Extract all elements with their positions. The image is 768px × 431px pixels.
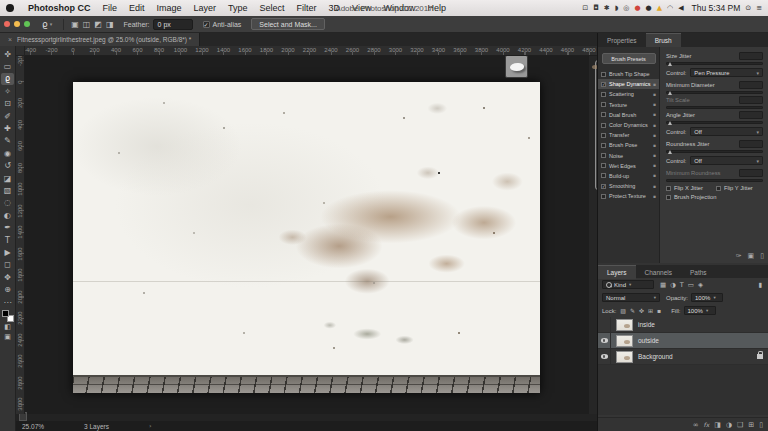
lock-all-icon[interactable]: ▪ — [657, 307, 661, 314]
document-canvas[interactable] — [73, 82, 540, 393]
setting-checkbox[interactable] — [601, 163, 606, 168]
lock-transparency-icon[interactable]: ▨ — [620, 307, 626, 314]
filter-toggle-switch[interactable]: ▮ — [758, 281, 762, 289]
tab-properties[interactable]: Properties — [598, 33, 646, 47]
layer-row-inside[interactable]: inside — [598, 317, 768, 333]
opacity-field[interactable]: 100%▾ — [691, 293, 723, 302]
document-tab[interactable]: × Fitnesssportgirlinthestreet.jpeg @ 25.… — [0, 33, 200, 46]
delete-layer-icon[interactable]: ▯ — [759, 421, 763, 429]
zoom-window-button[interactable] — [24, 21, 30, 27]
brush-setting-shape-dynamics[interactable]: ✓Shape Dynamics▪ — [598, 79, 659, 89]
setting-checkbox[interactable] — [601, 112, 606, 117]
blend-mode-dropdown[interactable]: Normal▾ — [602, 293, 660, 302]
tab-channels[interactable]: Channels — [636, 265, 681, 279]
vertical-ruler[interactable]: -200020040060080010001200140016001800200… — [16, 56, 25, 414]
brush-setting-color-dynamics[interactable]: Color Dynamics▪ — [598, 120, 659, 130]
layer-effects-icon[interactable]: fx — [704, 421, 710, 428]
moon-icon[interactable]: ◗ — [615, 5, 619, 12]
warning-icon[interactable]: ▲ — [657, 5, 662, 12]
brush-setting-build-up[interactable]: Build-up▪ — [598, 171, 659, 181]
live-tip-preview-icon[interactable]: ✑ — [736, 252, 742, 260]
brush-setting-dual-brush[interactable]: Dual Brush▪ — [598, 110, 659, 120]
brush-setting-texture[interactable]: Texture▪ — [598, 100, 659, 110]
menu-filter[interactable]: Filter — [291, 3, 323, 13]
layer-row-outside[interactable]: outside — [598, 333, 768, 349]
path-selection-tool[interactable]: ▶ — [1, 246, 14, 258]
layer-thumbnail[interactable] — [616, 351, 633, 363]
lock-icon[interactable]: ▪ — [653, 173, 656, 178]
canvas-pasteboard[interactable] — [25, 56, 597, 414]
brush-stroke-preview-tile[interactable] — [505, 55, 528, 78]
setting-checkbox[interactable] — [601, 92, 606, 97]
marquee-tool[interactable]: ▭ — [1, 60, 14, 72]
brush-setting-transfer[interactable]: Transfer▪ — [598, 130, 659, 140]
intersect-selection-icon[interactable]: ◨ — [106, 20, 114, 29]
shield-icon[interactable]: ◘ — [593, 5, 599, 12]
hand-tool[interactable]: ✥ — [1, 271, 14, 283]
spotlight-icon[interactable]: ⊙ — [745, 5, 751, 12]
control-slider[interactable] — [666, 179, 763, 182]
setting-checkbox[interactable] — [601, 153, 606, 158]
active-tool-preset[interactable]: ϱ ▾ — [42, 19, 52, 29]
menu-clock[interactable]: Thu 5:34 PM — [692, 3, 741, 13]
quick-mask-button[interactable]: ◧ — [1, 322, 14, 332]
control-dropdown[interactable]: Pen Pressure — [690, 68, 763, 77]
blur-tool[interactable]: ◌ — [1, 197, 14, 209]
dodge-tool[interactable]: ◐ — [1, 209, 14, 221]
lock-icon[interactable]: ▪ — [653, 82, 656, 87]
eraser-tool[interactable]: ◪ — [1, 172, 14, 184]
layer-row-background[interactable]: Background — [598, 349, 768, 365]
setting-checkbox[interactable] — [601, 102, 606, 107]
status-chevron-icon[interactable]: › — [149, 422, 152, 430]
menu-photoshop-cc[interactable]: Photoshop CC — [22, 3, 97, 13]
setting-checkbox[interactable]: ✓ — [601, 82, 606, 87]
filter-smart-icon[interactable]: ◈ — [698, 281, 703, 289]
move-tool[interactable]: ✜ — [1, 48, 14, 60]
setting-checkbox[interactable]: ✓ — [601, 184, 606, 189]
brush-setting-protect-texture[interactable]: Protect Texture▪ — [598, 191, 659, 201]
gear-icon[interactable]: ✱ — [604, 5, 610, 12]
wifi-icon[interactable]: ◠ — [667, 5, 673, 12]
lock-icon[interactable]: ▪ — [653, 143, 656, 148]
lasso-tool[interactable]: ϱ — [1, 73, 14, 85]
brush-setting-noise[interactable]: Noise▪ — [598, 151, 659, 161]
filter-pixel-icon[interactable]: ▦ — [660, 281, 666, 289]
lock-icon[interactable]: ▪ — [653, 112, 656, 117]
red-badge-icon[interactable]: ● — [634, 5, 640, 12]
horizontal-ruler[interactable]: -400-20002004006008001000120014001600180… — [25, 46, 597, 56]
color-swatches[interactable] — [2, 310, 14, 322]
control-slider[interactable] — [666, 106, 763, 109]
clone-stamp-tool[interactable]: ◉ — [1, 147, 14, 159]
eyedropper-tool[interactable]: ✐ — [1, 110, 14, 122]
control-value-well[interactable] — [739, 169, 763, 177]
zoom-level-field[interactable]: 25.07% — [22, 423, 44, 430]
brush-presets-button[interactable]: Brush Presets — [602, 53, 656, 64]
control-value-well[interactable] — [739, 52, 763, 60]
setting-checkbox[interactable] — [601, 123, 606, 128]
control-slider[interactable] — [666, 150, 763, 153]
slider-knob-icon[interactable] — [668, 121, 672, 125]
slider-knob-icon[interactable] — [668, 91, 672, 95]
setting-checkbox[interactable] — [601, 72, 606, 77]
create-brush-icon[interactable]: ▣ — [748, 252, 755, 260]
antialias-checkbox[interactable]: ✓ — [203, 21, 210, 28]
lock-move-icon[interactable]: ✜ — [639, 307, 644, 314]
delete-brush-icon[interactable]: ▯ — [760, 252, 764, 260]
control-slider[interactable] — [666, 121, 763, 124]
subtract-selection-icon[interactable]: ◩ — [94, 20, 102, 29]
lock-icon[interactable]: ▪ — [653, 163, 656, 168]
menu-select[interactable]: Select — [254, 3, 291, 13]
info-icon[interactable]: ◎ — [623, 5, 629, 12]
control-dropdown[interactable]: Off — [690, 156, 763, 165]
feather-input[interactable]: 0 px — [153, 19, 193, 30]
setting-checkbox[interactable] — [601, 173, 606, 178]
brush-setting-smoothing[interactable]: ✓Smoothing▪ — [598, 181, 659, 191]
new-selection-icon[interactable]: ▣ — [71, 20, 79, 29]
control-slider[interactable] — [666, 62, 763, 65]
checkbox[interactable] — [666, 186, 671, 191]
brush-tool[interactable]: ✎ — [1, 135, 14, 147]
screen-mode-button[interactable]: ▣ — [1, 332, 14, 342]
close-window-button[interactable] — [4, 21, 10, 27]
setting-checkbox[interactable] — [601, 194, 606, 199]
quick-selection-tool[interactable]: ✧ — [1, 85, 14, 97]
